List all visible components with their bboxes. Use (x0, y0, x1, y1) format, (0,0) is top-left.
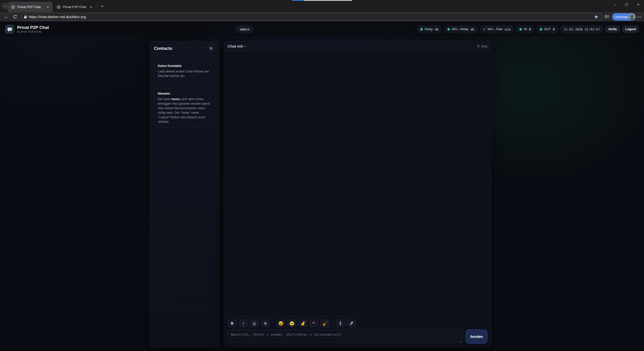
hint-text: Die Seite muss nach dem ersten einloggen… (158, 97, 211, 124)
send-button[interactable]: Senden (466, 330, 487, 343)
status-value: 0 (529, 27, 531, 31)
new-tab-button[interactable]: + (99, 3, 105, 10)
voice-message-button[interactable] (347, 320, 356, 327)
bold-word: muss (171, 97, 180, 101)
refresh-button[interactable] (11, 13, 19, 20)
favorites-button[interactable] (603, 14, 611, 20)
app-subtitle: ALPHA VERSION (17, 30, 49, 33)
bold-label: B (231, 321, 233, 325)
tab-divider (97, 4, 97, 9)
text-segment: hierher ein. (169, 74, 185, 78)
status-pill-in: IN 0 (516, 26, 534, 33)
status-pill-wg-peer: WG↔Peer n/a (480, 26, 514, 33)
bold-button[interactable]: B (228, 320, 237, 327)
italic-button[interactable]: I (239, 320, 248, 327)
status-pill-wg-relay: WG↔Relay ok (444, 26, 477, 33)
chevron-down-icon (4, 4, 7, 7)
party-popper-icon (323, 321, 327, 326)
microphone-icon (350, 321, 353, 325)
status-dot-green (540, 28, 542, 30)
chat-partner-title: Chat mit – (228, 44, 246, 48)
contacts-panel: Contacts ↻ Keine Kontakte Lade deinen er… (150, 41, 219, 347)
text-segment: nach dem ersten einloggen Neu geladen we… (158, 97, 210, 124)
contacts-header: Contacts ↻ (150, 41, 219, 55)
refresh-icon (13, 15, 17, 19)
status-pill-row: Relay ok WG↔Relay ok WG↔Peer n/a IN 0 OU… (417, 26, 639, 33)
contacts-list: Keine Kontakte Lade deinen ersten Chat-P… (150, 56, 219, 132)
status-pill-out: OUT 0 (537, 26, 558, 33)
hint-card: Hinweis Die Seite muss nach dem ersten e… (154, 88, 215, 128)
message-list[interactable] (224, 51, 491, 316)
underline-label: U (253, 321, 256, 325)
favorites-icon (604, 14, 610, 19)
chat-panel: Chat mit – 0 msg B I U S (224, 41, 491, 347)
paperclip-icon (340, 321, 341, 325)
message-count: 0 msg (477, 44, 487, 48)
format-toolbar: B I U S (228, 320, 487, 327)
message-input[interactable] (228, 330, 462, 342)
status-label: Relay (425, 27, 433, 31)
globe-icon (11, 5, 15, 9)
globe-icon (57, 5, 61, 9)
emoji-party-button[interactable] (320, 320, 330, 327)
emoji-thumbs-up-button[interactable] (298, 320, 307, 327)
maximize-icon (625, 3, 628, 6)
emoji-heart-button[interactable] (309, 320, 318, 327)
empty-contacts-text: Lade deinen ersten Chat-Partner per Invi… (158, 69, 211, 79)
strikethrough-button[interactable]: S (261, 320, 270, 327)
tab-title: Privat P2P Chat (17, 5, 43, 9)
top-progress-line (292, 0, 352, 1)
browser-menu-button[interactable] (636, 14, 642, 20)
lock-icon (24, 16, 27, 18)
status-value: ok (470, 27, 474, 31)
inprivate-profile-badge[interactable]: InPrivate (612, 13, 636, 21)
back-button[interactable]: ← (3, 13, 10, 20)
url-text[interactable]: https://chat.docker-net.duckdns.org (29, 15, 591, 19)
window-maximize-button[interactable] (621, 0, 632, 9)
text-segment: Lade deinen ersten Chat-Partner per (158, 70, 209, 73)
page-background: Privat P2P Chat ALPHA VERSION admin Rela… (0, 21, 644, 351)
status-pill-relay: Relay ok (417, 26, 442, 33)
status-value: n/a (505, 27, 510, 31)
address-bar[interactable]: https://chat.docker-net.duckdns.org (21, 13, 602, 20)
main-content: Contacts ↻ Keine Kontakte Lade deinen er… (150, 41, 491, 347)
contacts-refresh-button[interactable]: ↻ (207, 45, 215, 52)
status-label: IN (524, 27, 527, 31)
empty-contacts-card: Keine Kontakte Lade deinen ersten Chat-P… (154, 61, 215, 82)
underline-button[interactable]: U (250, 320, 259, 327)
tab-privat-p2p-chat-active[interactable]: Privat P2P Chat × (8, 2, 53, 12)
avatar[interactable] (628, 13, 635, 20)
logout-button[interactable]: Logout (622, 26, 639, 33)
status-dot-green (448, 28, 450, 30)
invite-button[interactable]: Invite (606, 26, 620, 33)
window-minimize-button[interactable]: – (609, 0, 621, 9)
window-close-button[interactable]: × (632, 0, 644, 9)
chat-bubble-icon (8, 28, 12, 31)
browser-tab-strip: Privat P2P Chat × Privat P2P Chat × + – … (0, 0, 644, 12)
tab-privat-p2p-chat-inactive[interactable]: Privat P2P Chat × (54, 2, 96, 12)
emoji-joy-button[interactable] (287, 320, 296, 327)
message-input-wrap (228, 330, 462, 343)
status-label: WG↔Peer (488, 27, 503, 31)
status-value: ok (435, 27, 438, 31)
status-label: WG↔Relay (452, 27, 468, 31)
timestamp-pill: 11.01.2026 21:42:57 (560, 26, 603, 33)
status-dot-gray (483, 28, 486, 30)
italic-label: I (243, 321, 244, 325)
status-label: OUT (544, 27, 551, 31)
grinning-face-icon (279, 321, 283, 326)
inprivate-label: InPrivate (615, 15, 628, 19)
emoji-grinning-button[interactable] (276, 320, 285, 327)
attach-button[interactable] (336, 320, 345, 327)
message-input-row: Senden (228, 330, 487, 343)
tab-close-icon[interactable]: × (89, 5, 93, 9)
bookmark-star-icon[interactable] (594, 14, 599, 19)
toolbar-separator (273, 320, 273, 326)
app-header: Privat P2P Chat ALPHA VERSION admin Rela… (0, 21, 644, 37)
app-logo (5, 25, 14, 34)
invite-word: Invite (158, 74, 169, 78)
browser-toolbar: ← https://chat.docker-net.duckdns.org In… (0, 12, 644, 21)
progress-white-segment (304, 0, 352, 1)
tab-close-icon[interactable]: × (46, 5, 50, 9)
empty-contacts-title: Keine Kontakte (158, 64, 211, 68)
